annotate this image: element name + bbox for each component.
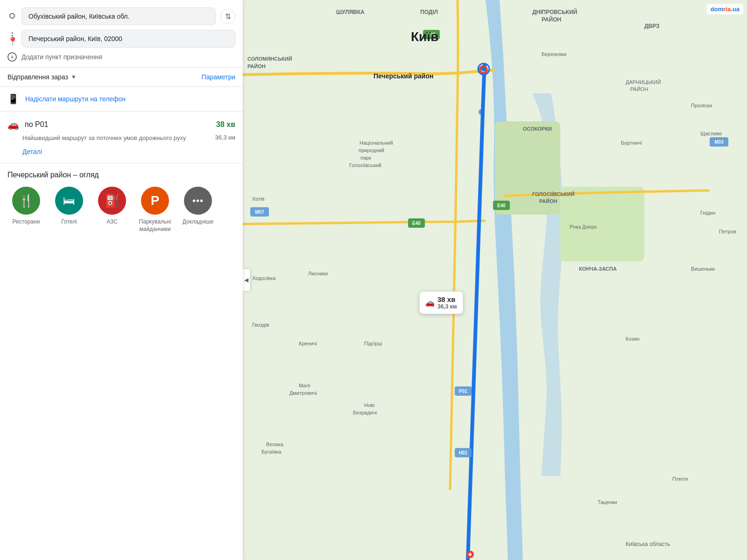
route-description: Найшвидший маршрут за поточних умов доро… (22, 134, 186, 142)
svg-text:M03: M03 (714, 140, 724, 145)
swap-button[interactable]: ⇅ (220, 9, 235, 24)
departure-select[interactable]: Відправлення зараз ▼ (7, 73, 77, 81)
overview-title: Печерський район – огляд (7, 171, 235, 179)
poi-more-icon: ••• (184, 187, 212, 215)
left-panel: ⇅ 📍 + Додати пункт призначення Відправле… (0, 0, 243, 560)
svg-text:ГОЛОСІЇВСЬКИЙ: ГОЛОСІЇВСЬКИЙ (532, 191, 575, 197)
svg-rect-2 (560, 187, 644, 261)
chevron-down-icon: ▼ (71, 74, 77, 80)
svg-text:Креничі: Креничі (299, 341, 317, 346)
poi-more-label: Докладніше (183, 218, 214, 226)
overview-section: Печерський район – огляд 🍴 Ресторани 🛏 Г… (0, 163, 243, 237)
options-button[interactable]: Параметри (202, 73, 235, 81)
svg-text:Проліски: Проліски (691, 103, 712, 108)
tooltip-car-icon: 🚗 (425, 298, 435, 307)
add-destination-label: Додати пункт призначення (21, 53, 102, 61)
svg-text:Київ: Київ (411, 29, 438, 44)
svg-text:Національний: Національний (359, 140, 393, 146)
svg-text:СОЛОМЯНСЬКИЙ: СОЛОМЯНСЬКИЙ (247, 56, 292, 62)
svg-text:Козин: Козин (626, 336, 640, 342)
svg-point-63 (469, 553, 472, 556)
svg-text:Вишеньки: Вишеньки (691, 266, 715, 272)
svg-text:Київська область: Київська область (626, 541, 670, 547)
poi-hotels-label: Готелі (61, 218, 77, 226)
svg-text:Підгірці: Підгірці (364, 341, 382, 346)
svg-text:M07: M07 (255, 210, 264, 215)
svg-text:Гвоздів: Гвоздів (252, 322, 269, 328)
origin-icon (7, 12, 17, 21)
route-option: 🚗 по Р01 38 хв Найшвидший маршрут за пот… (0, 112, 243, 163)
svg-text:Щасливе: Щасливе (700, 131, 722, 136)
svg-text:Хотів: Хотів (252, 196, 265, 202)
svg-text:Нові: Нові (364, 402, 374, 408)
poi-restaurants-label: Ресторани (13, 218, 40, 226)
svg-point-66 (479, 109, 484, 115)
svg-text:КОНЧА-ЗАСПА: КОНЧА-ЗАСПА (579, 266, 617, 272)
destination-icon: 📍 (7, 31, 17, 46)
send-route-label: Надіслати маршрути на телефон (25, 95, 126, 103)
destination-input[interactable] (21, 30, 235, 48)
svg-text:Березняки: Березняки (542, 51, 566, 57)
map-area[interactable]: P01 H01 E95 E40 E40 M07 M03 Київ ШУЛЯВКА… (243, 0, 747, 560)
car-icon: 🚗 (7, 119, 19, 130)
map-route-tooltip: 🚗 38 хв 36,3 км (419, 291, 463, 314)
poi-parking-icon: P (141, 187, 169, 215)
svg-text:Велика: Велика (266, 441, 284, 447)
svg-text:Бортничі: Бортничі (621, 140, 642, 146)
svg-text:Бугаївка: Бугаївка (261, 449, 282, 455)
svg-text:E40: E40 (412, 221, 421, 226)
svg-text:Печерський район: Печерський район (374, 72, 433, 80)
svg-text:E40: E40 (497, 203, 506, 208)
watermark-text3: .ua (731, 6, 740, 13)
send-route-section[interactable]: 📱 Надіслати маршрути на телефон (0, 87, 243, 112)
poi-hotels[interactable]: 🛏 Готелі (50, 187, 88, 233)
add-destination-button[interactable]: + Додати пункт призначення (7, 48, 235, 63)
svg-text:Малі: Малі (299, 383, 310, 388)
departure-row: Відправлення зараз ▼ Параметри (0, 68, 243, 87)
svg-text:Безрадичі: Безрадичі (353, 410, 377, 415)
origin-input[interactable] (21, 7, 216, 25)
tooltip-dist: 36,3 км (437, 303, 457, 310)
svg-text:Дмитровичі: Дмитровичі (289, 390, 317, 396)
svg-text:Гнідин: Гнідин (700, 210, 716, 216)
add-icon: + (7, 52, 17, 62)
tooltip-info: 38 хв 36,3 км (437, 295, 457, 310)
svg-text:Плюти: Плюти (672, 476, 688, 482)
watermark-text2: ria (723, 6, 731, 13)
svg-text:РАЙОН: РАЙОН (539, 198, 557, 204)
watermark-text: dom (711, 6, 723, 13)
destination-row: 📍 (7, 30, 235, 48)
details-link[interactable]: Деталі (22, 148, 235, 155)
poi-more[interactable]: ••• Докладніше (179, 187, 217, 233)
tooltip-time: 38 хв (437, 295, 457, 303)
dot2 (12, 35, 13, 36)
svg-text:ДВРЗ: ДВРЗ (644, 23, 660, 29)
svg-text:ОСОКОРКИ: ОСОКОРКИ (523, 126, 552, 132)
svg-text:ШУЛЯВКА: ШУЛЯВКА (336, 9, 365, 15)
svg-text:природний: природний (359, 147, 384, 153)
svg-text:ПОДІЛ: ПОДІЛ (420, 9, 438, 15)
svg-text:РАЙОН: РАЙОН (247, 63, 266, 69)
svg-text:Ходосівка: Ходосівка (252, 275, 276, 281)
map-svg: P01 H01 E95 E40 E40 M07 M03 Київ ШУЛЯВКА… (243, 0, 747, 560)
route-info-row: Найшвидший маршрут за поточних умов доро… (7, 134, 235, 144)
poi-parking[interactable]: P Паркувальні майданчики (136, 187, 174, 233)
svg-text:ДАРНИЦЬКИЙ: ДАРНИЦЬКИЙ (626, 79, 661, 85)
svg-text:РАЙОН: РАЙОН (542, 16, 561, 23)
poi-grid: 🍴 Ресторани 🛏 Готелі ⛽ АЗС P Паркувальні… (7, 187, 235, 233)
svg-text:Таценки: Таценки (598, 499, 617, 505)
poi-gas[interactable]: ⛽ АЗС (93, 187, 131, 233)
route-option-header: 🚗 по Р01 38 хв (7, 119, 235, 130)
departure-label: Відправлення зараз (7, 73, 68, 81)
svg-text:H01: H01 (459, 450, 468, 455)
svg-point-65 (481, 67, 486, 71)
poi-restaurants[interactable]: 🍴 Ресторани (7, 187, 45, 233)
origin-row: ⇅ (7, 7, 235, 25)
route-distance: 36,3 км (215, 134, 235, 141)
map-watermark: domria.ua (707, 4, 743, 14)
poi-hotels-icon: 🛏 (55, 187, 83, 215)
send-to-phone-icon: 📱 (7, 93, 19, 105)
svg-text:ДНІПРОВСЬКИЙ: ДНІПРОВСЬКИЙ (532, 8, 577, 15)
svg-text:Голосіївський: Голосіївський (349, 162, 381, 168)
collapse-panel-button[interactable]: ◀ (243, 269, 250, 291)
